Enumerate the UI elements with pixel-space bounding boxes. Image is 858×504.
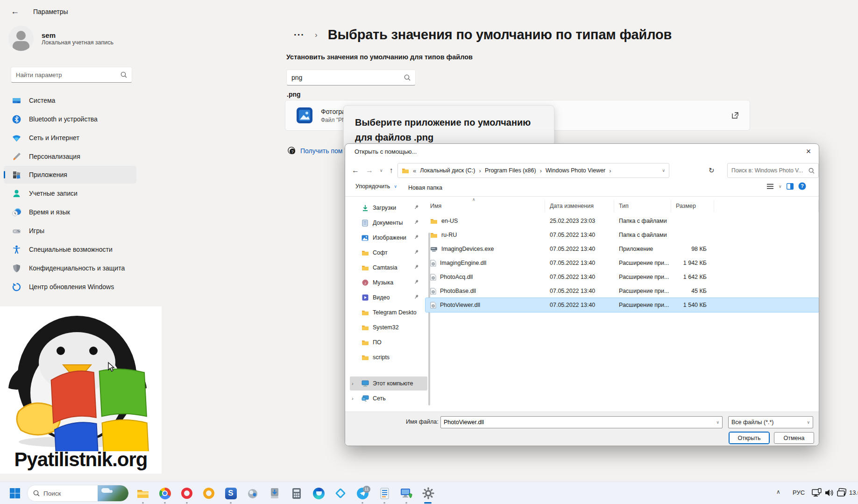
taskbar-snagit[interactable]: S	[224, 487, 237, 500]
sidebar-item-personalization[interactable]: Персонализация	[4, 148, 136, 165]
address-bar[interactable]: « Локальный диск (C:) › Program Files (x…	[397, 163, 669, 178]
taskbar-chrome[interactable]	[158, 487, 171, 500]
tree-label: System32	[373, 324, 399, 331]
file-row[interactable]: PhotoAcq.dll 07.05.2022 13:40 Расширение…	[425, 270, 819, 284]
expand-chevron-icon[interactable]: ›	[352, 396, 357, 401]
taskbar-notes-app[interactable]	[378, 487, 391, 500]
weather-widget-thumbnail[interactable]	[98, 485, 128, 501]
nav-history-chevron-icon[interactable]: ∨	[380, 168, 383, 173]
taskbar-search-input[interactable]	[43, 490, 85, 497]
taskbar-opera[interactable]	[180, 487, 193, 500]
sidebar-item-bluetooth[interactable]: Bluetooth и устройства	[4, 110, 136, 128]
open-external-icon[interactable]	[731, 111, 739, 120]
tree-item-pictures[interactable]: Изображени	[350, 231, 420, 245]
network-tray-icon[interactable]	[812, 488, 822, 497]
column-header-date[interactable]: Дата изменения	[545, 200, 614, 212]
sidebar-item-accessibility[interactable]: Специальные возможности	[4, 241, 136, 258]
tree-item-network[interactable]: › Сеть	[350, 391, 420, 405]
settings-search-box[interactable]	[11, 67, 132, 83]
filename-combobox[interactable]: ∨	[440, 416, 723, 428]
chevron-down-icon[interactable]: ∨	[716, 420, 719, 425]
filetype-search-box[interactable]	[286, 70, 416, 85]
taskbar-edge[interactable]	[312, 487, 325, 500]
new-folder-button[interactable]: Новая папка	[408, 183, 442, 192]
cancel-button[interactable]: Отмена	[774, 432, 814, 444]
file-row[interactable]: ImagingEngine.dll 07.05.2022 13:40 Расши…	[425, 256, 819, 270]
column-header-name[interactable]: Имя	[425, 200, 545, 212]
help-icon[interactable]: ?	[798, 182, 806, 190]
chevron-down-icon[interactable]: ∨	[807, 420, 810, 425]
column-header-size[interactable]: Размер	[671, 200, 714, 212]
nav-forward-icon[interactable]: →	[366, 166, 373, 175]
tree-item-music[interactable]: ♪ Музыка	[350, 276, 420, 290]
tree-item-camtasia[interactable]: Camtasia	[350, 261, 420, 275]
taskbar-utility-app[interactable]	[246, 487, 259, 500]
column-header-type[interactable]: Тип	[614, 200, 671, 212]
language-indicator[interactable]: РУС	[793, 489, 805, 496]
back-icon[interactable]: ←	[11, 7, 19, 16]
filename-input[interactable]	[444, 419, 716, 426]
tree-item-videos[interactable]: Видео	[350, 291, 420, 305]
sidebar-item-privacy[interactable]: Конфиденциальность и защита	[4, 259, 136, 277]
tree-item-scripts[interactable]: scripts	[350, 350, 420, 364]
taskbar-pc-security-app[interactable]	[400, 487, 413, 500]
file-row[interactable]: ru-RU 07.05.2022 13:40 Папка с файлами	[425, 228, 819, 242]
nav-up-icon[interactable]: ↑	[390, 166, 393, 175]
clock[interactable]: 13.0	[849, 489, 858, 496]
sidebar-item-accounts[interactable]: Учетные записи	[4, 185, 136, 202]
breadcrumb-windows-photo-viewer[interactable]: Windows Photo Viewer	[546, 167, 605, 174]
view-dropdown-icon[interactable]: ∨	[779, 184, 782, 189]
start-button[interactable]	[8, 487, 21, 500]
breadcrumb-program-files[interactable]: Program Files (x86)	[485, 167, 536, 174]
file-row[interactable]: PhotoBase.dll 07.05.2022 13:40 Расширени…	[425, 284, 819, 298]
breadcrumb-drive[interactable]: Локальный диск (C:)	[420, 167, 475, 174]
sidebar-item-system[interactable]: Система	[4, 92, 136, 109]
settings-search-input[interactable]	[16, 71, 121, 78]
sidebar-item-apps[interactable]: Приложения	[4, 166, 136, 184]
account-block[interactable]: sem Локальная учетная запись	[8, 26, 113, 51]
sidebar-item-time-language[interactable]: Время и язык	[4, 203, 136, 221]
tree-item-telegram-desktop[interactable]: Telegram Deskto	[350, 305, 420, 319]
dialog-search-input[interactable]	[731, 167, 808, 174]
tree-item-documents[interactable]: Документы	[350, 216, 420, 230]
expand-chevron-icon[interactable]: ›	[352, 381, 357, 386]
nav-back-icon[interactable]: ←	[352, 166, 359, 175]
tray-chevron-icon[interactable]: ∧	[776, 489, 780, 495]
sidebar-item-network[interactable]: Сеть и Интернет	[4, 129, 136, 147]
taskbar-search-box[interactable]	[27, 485, 129, 502]
tree-item-po[interactable]: ПО	[350, 335, 420, 349]
filetype-search-input[interactable]	[291, 74, 404, 81]
address-dropdown-icon[interactable]: ∨	[662, 168, 665, 173]
taskbar-settings[interactable]	[422, 487, 435, 500]
volume-tray-icon[interactable]	[825, 489, 834, 497]
tree-item-downloads[interactable]: Загрузки	[350, 201, 420, 215]
taskbar-orange-o-app[interactable]	[202, 487, 215, 500]
preview-pane-icon[interactable]	[787, 183, 794, 190]
dialog-search-box[interactable]	[727, 163, 819, 178]
sidebar-item-windows-update[interactable]: Центр обновления Windows	[4, 278, 136, 296]
sidebar-item-gaming[interactable]: Игры	[4, 222, 136, 240]
breadcrumb-overflow-button[interactable]: ···	[294, 29, 305, 40]
list-view-icon[interactable]	[766, 183, 774, 190]
taskbar-calculator[interactable]	[290, 487, 303, 500]
chrome-icon	[159, 488, 171, 499]
taskbar-installer[interactable]	[268, 487, 281, 500]
get-help-link[interactable]: ? Получить пом	[287, 146, 344, 155]
taskbar-telegram[interactable]: 11	[356, 487, 369, 500]
dialog-titlebar[interactable]: Открыть с помощью... ×	[345, 144, 819, 159]
tree-item-system32[interactable]: System32	[350, 320, 420, 334]
tree-item-this-pc[interactable]: › Этот компьюте	[350, 376, 427, 390]
file-row-selected[interactable]: PhotoViewer.dll 07.05.2022 13:40 Расшире…	[425, 298, 819, 312]
tree-item-soft[interactable]: Софт	[350, 246, 420, 260]
filetype-filter-dropdown[interactable]: Все файлы (*.*) ∨	[728, 416, 813, 428]
open-button[interactable]: Открыть	[729, 432, 769, 444]
file-row[interactable]: ImagingDevices.exe 07.05.2022 13:40 Прил…	[425, 242, 819, 256]
refresh-icon[interactable]: ↻	[709, 166, 715, 175]
organize-button[interactable]: Упорядочить ∨	[355, 183, 397, 190]
file-row[interactable]: en-US 25.02.2023 23:03 Папка с файлами	[425, 214, 819, 228]
close-icon[interactable]: ×	[798, 144, 819, 159]
photos-tray-icon[interactable]	[837, 488, 847, 497]
taskbar-file-explorer[interactable]	[136, 487, 149, 500]
taskbar-diamond-app[interactable]	[334, 487, 347, 500]
tree-label: Этот компьюте	[373, 380, 413, 387]
